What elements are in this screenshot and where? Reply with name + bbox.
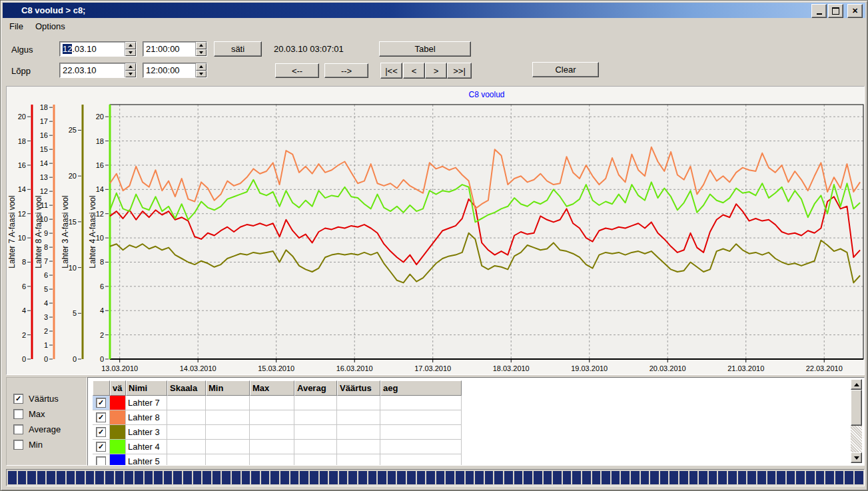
series-color-swatch [110,454,126,466]
last-page-button[interactable]: >>| [447,63,472,79]
table-header-Min[interactable]: Min [206,380,250,396]
algus-date-field[interactable]: 12.03.10 [59,41,137,57]
y-axis-label: Lahter 7 A-faasi vool [7,195,17,268]
average-checkbox[interactable] [13,424,23,434]
spin-down-button[interactable] [196,71,207,78]
series-visible-checkbox[interactable]: ✓ [96,442,106,452]
table-row[interactable]: ✓Lahter 8 [93,410,462,425]
cell-skaala [167,454,206,466]
progress-segment [816,471,825,484]
row-select-cell[interactable]: ✓ [93,425,110,440]
series-visible-checkbox[interactable] [96,456,106,466]
table-header-aeg[interactable]: aeg [380,380,462,396]
y-tick-label: 14 [18,185,26,193]
series-visible-checkbox[interactable]: ✓ [96,427,106,437]
cell-min [206,410,250,425]
min-checkbox[interactable] [13,440,23,450]
spin-up-button[interactable] [196,42,207,49]
row-select-cell[interactable]: ✓ [93,396,110,410]
minimize-button[interactable] [811,4,827,18]
table-header-vä[interactable]: vä [110,380,126,396]
sati-button[interactable]: säti [214,41,262,57]
close-button[interactable]: ✕ [847,4,863,18]
next-page-button[interactable]: > [425,63,447,79]
table-row[interactable]: Lahter 5 [93,454,462,466]
arrow-up-icon [854,383,859,386]
progress-segment [631,471,640,484]
y-tick-label: 2 [44,327,48,335]
spin-down-button[interactable] [196,49,207,57]
y-tick-label: 6 [100,282,104,290]
table-header-Väärtus[interactable]: Väärtus [337,380,380,396]
lopp-time-field[interactable]: 12:00:00 [143,63,207,78]
first-page-button[interactable]: |<< [380,63,402,79]
row-select-cell[interactable]: ✓ [93,440,110,454]
spin-up-button[interactable] [196,63,207,71]
table-row[interactable]: ✓Lahter 7 [93,396,462,410]
scroll-down-button[interactable] [851,452,862,463]
series-color-swatch [110,410,126,425]
table-header-Max[interactable]: Max [250,380,294,396]
table-row[interactable]: ✓Lahter 4 [93,440,462,454]
cell-vaartus [337,425,380,440]
progress-segment [621,471,630,484]
tabel-button[interactable]: Tabel [379,41,471,57]
progress-segment [67,471,75,484]
algus-date-spinner [125,42,136,56]
y-tick-label: 0 [22,355,26,363]
spin-up-button[interactable] [125,63,136,71]
title-bar[interactable]: C8 voolud > c8; ✕ [3,3,865,18]
progress-segment [251,471,260,484]
lopp-date-field[interactable]: 22.03.10 [59,63,137,78]
progress-segment [514,471,523,484]
step-back-button[interactable]: <-- [275,63,319,78]
series-color-swatch [110,440,126,454]
cell-skaala [167,425,206,440]
x-tick-label: 19.03.2010 [571,364,608,372]
progress-segment [145,471,153,484]
table-header-Averag[interactable]: Averag [294,380,337,396]
spin-down-button[interactable] [125,71,136,78]
cell-max [250,440,294,454]
max-checkbox[interactable] [13,409,23,419]
y-tick-label: 6 [44,271,48,279]
y-tick-label: 17 [40,117,48,125]
progress-segment [261,471,270,484]
trend-chart[interactable]: C8 voolud13.03.201014.03.201015.03.20101… [7,87,864,374]
cell-aeg [380,410,462,425]
scrollbar-thumb[interactable] [851,390,862,426]
cell-vaartus [337,440,380,454]
spin-down-button[interactable] [125,49,136,57]
y-tick-label: 8 [100,258,104,266]
progress-segment [18,471,27,484]
menu-item-file[interactable]: File [3,19,29,33]
algus-time-field[interactable]: 21:00:00 [143,41,207,57]
lopp-date-value: 22.03.10 [60,65,125,75]
arrow-down-icon [199,51,203,54]
row-select-cell[interactable]: ✓ [93,410,110,425]
vaartus-checkbox[interactable]: ✓ [13,394,23,404]
table-scrollbar[interactable] [851,379,862,463]
x-tick-label: 15.03.2010 [258,364,294,372]
table-header-Skaala[interactable]: Skaala [167,380,206,396]
x-tick-label: 16.03.2010 [336,364,373,372]
y-tick-label: 6 [22,282,26,290]
progress-segment [602,471,610,484]
prev-page-button[interactable]: < [403,63,425,79]
y-tick-label: 12 [18,210,26,218]
step-forward-button[interactable]: --> [324,63,368,78]
progress-segment [582,471,591,484]
table-header-Nimi[interactable]: Nimi [126,380,167,396]
series-visible-checkbox[interactable]: ✓ [96,412,106,422]
clear-button[interactable]: Clear [532,62,599,77]
scroll-up-button[interactable] [851,379,862,390]
cell-max [250,410,294,425]
max-checkbox-label: Max [29,409,45,419]
table-row[interactable]: ✓Lahter 3 [93,425,462,440]
maximize-button[interactable] [828,4,843,18]
spin-up-button[interactable] [125,42,136,49]
menu-item-options[interactable]: Options [29,19,71,33]
series-visible-checkbox[interactable]: ✓ [96,398,106,408]
table-header-selector[interactable] [93,380,110,396]
row-select-cell[interactable] [93,454,110,466]
